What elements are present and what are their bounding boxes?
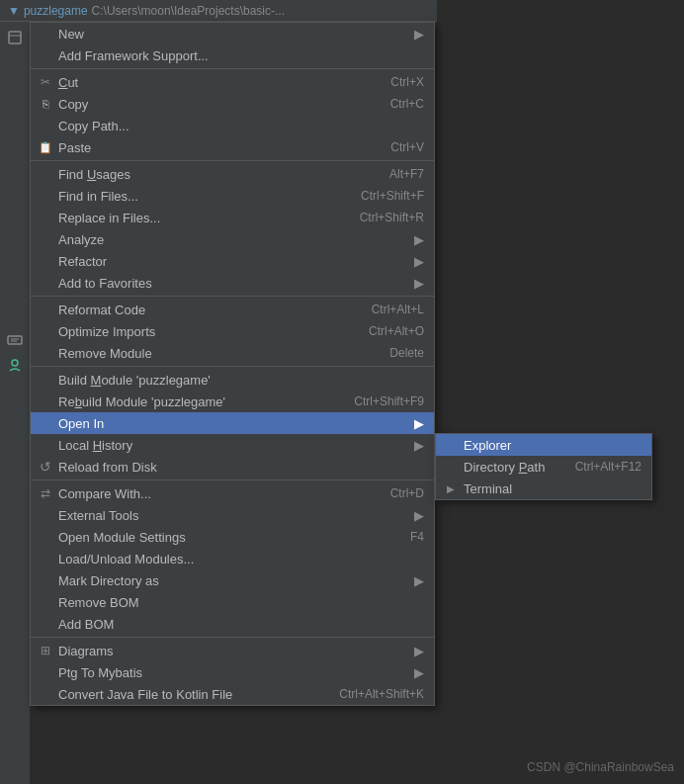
menu-item-cut[interactable]: ✂ Cut Ctrl+X — [31, 71, 434, 93]
divider-5 — [31, 479, 434, 480]
menu-item-optimize-imports[interactable]: Optimize Imports Ctrl+Alt+O — [31, 320, 434, 342]
menu-label-mark-directory: Mark Directory as — [58, 573, 159, 588]
menu-label-remove-module: Remove Module — [58, 346, 152, 361]
menu-item-mark-directory[interactable]: Mark Directory as ▶ — [31, 569, 434, 591]
menu-label-open-in: Open In — [58, 416, 104, 431]
menu-item-add-bom[interactable]: Add BOM — [31, 613, 434, 635]
svg-rect-2 — [8, 336, 22, 344]
diagrams-icon: ⊞ — [37, 644, 54, 657]
menu-label-add-to-favorites: Add to Favorites — [58, 276, 152, 291]
analyze-arrow: ▶ — [414, 232, 424, 247]
menu-item-new[interactable]: New ▶ — [31, 23, 434, 44]
menu-label-reformat-code: Reformat Code — [58, 303, 145, 317]
copy-icon: ⎘ — [37, 98, 54, 110]
reload-icon: ↺ — [37, 459, 54, 475]
reformat-code-shortcut: Ctrl+Alt+L — [352, 303, 424, 316]
menu-item-add-to-favorites[interactable]: Add to Favorites ▶ — [31, 272, 434, 294]
menu-item-local-history[interactable]: Local History ▶ — [31, 434, 434, 456]
replace-in-files-shortcut: Ctrl+Shift+R — [340, 211, 424, 224]
menu-label-add-framework: Add Framework Support... — [58, 48, 209, 63]
menu-item-compare-with[interactable]: ⇄ Compare With... Ctrl+D — [31, 482, 434, 504]
menu-label-copy: Copy — [58, 97, 88, 112]
divider-3 — [31, 296, 434, 297]
menu-label-load-unload: Load/Unload Modules... — [58, 552, 194, 566]
menu-item-open-module-settings[interactable]: Open Module Settings F4 — [31, 526, 434, 548]
submenu-item-terminal[interactable]: ▶ Terminal — [436, 478, 651, 499]
menu-label-copy-path: Copy Path... — [58, 119, 129, 133]
menu-label-ptg-mybatis: Ptg To Mybatis — [58, 665, 142, 680]
menu-label-find-in-files: Find in Files... — [58, 189, 138, 204]
menu-item-refactor[interactable]: Refactor ▶ — [31, 250, 434, 272]
divider-4 — [31, 366, 434, 367]
menu-label-diagrams: Diagrams — [58, 644, 114, 658]
compare-with-icon: ⇄ — [37, 486, 54, 500]
compare-with-shortcut: Ctrl+D — [371, 486, 424, 500]
new-arrow: ▶ — [414, 27, 424, 42]
cut-icon: ✂ — [37, 75, 54, 89]
menu-item-remove-module[interactable]: Remove Module Delete — [31, 342, 434, 364]
menu-label-remove-bom: Remove BOM — [58, 595, 139, 610]
menu-item-open-in[interactable]: Open In ▶ — [31, 412, 434, 434]
menu-item-replace-in-files[interactable]: Replace in Files... Ctrl+Shift+R — [31, 207, 434, 228]
side-panel — [437, 0, 684, 784]
project-path: C:\Users\moon\IdeaProjects\basic-... — [92, 4, 285, 18]
menu-item-rebuild-module[interactable]: Rebuild Module 'puzzlegame' Ctrl+Shift+F… — [31, 391, 434, 412]
menu-label-external-tools: External Tools — [58, 508, 138, 523]
submenu-label-explorer: Explorer — [464, 438, 511, 453]
mark-directory-arrow: ▶ — [414, 573, 424, 588]
menu-label-reload-from-disk: Reload from Disk — [58, 460, 157, 475]
menu-item-find-in-files[interactable]: Find in Files... Ctrl+Shift+F — [31, 185, 434, 207]
menu-item-analyze[interactable]: Analyze ▶ — [31, 228, 434, 250]
add-to-favorites-arrow: ▶ — [414, 276, 424, 291]
menu-item-convert-java[interactable]: Convert Java File to Kotlin File Ctrl+Al… — [31, 683, 434, 705]
menu-item-find-usages[interactable]: Find Usages Alt+F7 — [31, 163, 434, 185]
menu-label-rebuild-module: Rebuild Module 'puzzlegame' — [58, 394, 225, 409]
divider-2 — [31, 160, 434, 161]
open-module-settings-shortcut: F4 — [390, 530, 424, 544]
svg-point-5 — [12, 360, 18, 366]
menu-item-reformat-code[interactable]: Reformat Code Ctrl+Alt+L — [31, 299, 434, 320]
menu-item-reload-from-disk[interactable]: ↺ Reload from Disk — [31, 456, 434, 478]
submenu-label-terminal: Terminal — [464, 481, 512, 496]
sidebar-icon-1 — [4, 27, 26, 48]
menu-item-load-unload[interactable]: Load/Unload Modules... — [31, 548, 434, 569]
terminal-icon: ▶ — [442, 483, 460, 494]
project-name: puzzlegame — [24, 4, 88, 18]
context-menu: New ▶ Add Framework Support... ✂ Cut Ctr… — [30, 22, 435, 706]
menu-item-copy-path[interactable]: Copy Path... — [31, 115, 434, 136]
convert-java-shortcut: Ctrl+Alt+Shift+K — [319, 687, 424, 701]
submenu-item-explorer[interactable]: Explorer — [436, 434, 651, 456]
divider-1 — [31, 68, 434, 69]
optimize-imports-shortcut: Ctrl+Alt+O — [349, 324, 424, 338]
open-in-submenu: Explorer Directory Path Ctrl+Alt+F12 ▶ T… — [435, 433, 652, 500]
remove-module-shortcut: Delete — [370, 346, 424, 360]
find-in-files-shortcut: Ctrl+Shift+F — [341, 189, 424, 203]
open-in-arrow: ▶ — [414, 416, 424, 431]
menu-label-analyze: Analyze — [58, 232, 104, 247]
menu-label-paste: Paste — [58, 140, 91, 155]
menu-label-refactor: Refactor — [58, 254, 107, 269]
refactor-arrow: ▶ — [414, 254, 424, 269]
project-icon: ▼ — [8, 4, 20, 18]
submenu-item-directory-path[interactable]: Directory Path Ctrl+Alt+F12 — [436, 456, 651, 478]
menu-label-add-bom: Add BOM — [58, 617, 114, 632]
menu-item-remove-bom[interactable]: Remove BOM — [31, 591, 434, 613]
directory-path-shortcut: Ctrl+Alt+F12 — [556, 460, 641, 474]
menu-item-ptg-mybatis[interactable]: Ptg To Mybatis ▶ — [31, 661, 434, 683]
menu-item-diagrams[interactable]: ⊞ Diagrams ▶ — [31, 640, 434, 661]
sidebar-icon-3 — [4, 355, 26, 377]
local-history-arrow: ▶ — [414, 438, 424, 453]
left-sidebar — [0, 22, 30, 784]
menu-label-optimize-imports: Optimize Imports — [58, 324, 155, 339]
menu-item-external-tools[interactable]: External Tools ▶ — [31, 504, 434, 526]
menu-item-add-framework[interactable]: Add Framework Support... — [31, 44, 434, 66]
watermark: CSDN @ChinaRainbowSea — [527, 760, 674, 774]
menu-item-build-module[interactable]: Build Module 'puzzlegame' — [31, 369, 434, 391]
menu-item-paste[interactable]: 📋 Paste Ctrl+V — [31, 136, 434, 158]
sidebar-icon-2 — [4, 329, 26, 351]
watermark-text: CSDN @ChinaRainbowSea — [527, 760, 674, 774]
menu-item-copy[interactable]: ⎘ Copy Ctrl+C — [31, 93, 434, 115]
menu-label-cut: Cut — [58, 75, 78, 90]
submenu-label-directory-path: Directory Path — [464, 460, 545, 475]
paste-shortcut: Ctrl+V — [371, 140, 424, 154]
